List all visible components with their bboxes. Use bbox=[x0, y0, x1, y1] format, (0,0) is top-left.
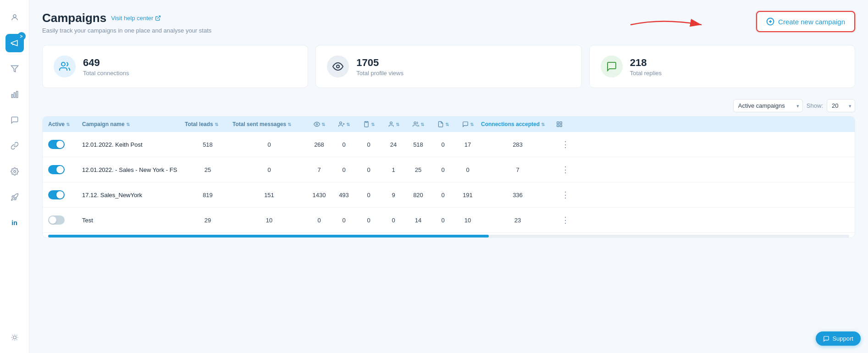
sidebar-item-campaigns: > bbox=[6, 32, 24, 54]
th-col9[interactable]: ⇅ bbox=[407, 121, 430, 127]
row4-c5: 0 bbox=[308, 217, 331, 224]
row1-name: 12.01.2022. Keith Post bbox=[82, 141, 183, 148]
support-button[interactable]: Support bbox=[816, 331, 861, 346]
svg-point-21 bbox=[337, 65, 339, 68]
toggle-row1[interactable] bbox=[48, 140, 65, 149]
row4-active bbox=[48, 215, 80, 225]
row4-more-button[interactable]: ⋮ bbox=[558, 214, 572, 226]
toggle-row2[interactable] bbox=[48, 165, 65, 174]
link-icon[interactable] bbox=[6, 137, 24, 155]
sidebar-bottom bbox=[6, 326, 24, 348]
row2-actions[interactable]: ⋮ bbox=[556, 164, 575, 176]
svg-line-10 bbox=[17, 339, 17, 340]
row1-actions[interactable]: ⋮ bbox=[556, 138, 575, 150]
th-name[interactable]: Campaign name ⇅ bbox=[82, 121, 183, 127]
create-campaign-button[interactable]: Create new campaign bbox=[756, 11, 855, 32]
row2-c8: 1 bbox=[382, 166, 405, 173]
th-group-icon bbox=[413, 121, 419, 127]
replies-label: Total replies bbox=[630, 70, 662, 77]
sidebar: > in bbox=[0, 0, 29, 353]
row3-more-button[interactable]: ⋮ bbox=[558, 189, 572, 201]
row1-c8: 24 bbox=[382, 141, 405, 148]
table-header: Active ⇅ Campaign name ⇅ Total leads ⇅ T… bbox=[43, 116, 855, 132]
stat-card-connections: 649 Total connections bbox=[42, 45, 308, 88]
row3-c11: 191 bbox=[456, 192, 479, 199]
th-col6[interactable]: ⇅ bbox=[332, 121, 355, 127]
svg-rect-32 bbox=[560, 125, 562, 127]
row4-sent: 10 bbox=[232, 217, 306, 224]
row3-connections: 336 bbox=[481, 192, 554, 199]
sort-icon-leads: ⇅ bbox=[215, 122, 218, 127]
row1-leads: 518 bbox=[185, 141, 231, 148]
th-connections[interactable]: Connections accepted ⇅ bbox=[481, 121, 554, 127]
connections-number: 649 bbox=[83, 57, 129, 69]
arrow-annotation bbox=[626, 16, 708, 34]
stat-card-replies: 218 Total replies bbox=[589, 45, 855, 88]
horizontal-scrollbar-track[interactable] bbox=[48, 235, 849, 237]
th-person-add-icon bbox=[338, 121, 345, 127]
views-label: Total profile views bbox=[356, 70, 404, 77]
expand-icon[interactable]: > bbox=[17, 32, 26, 40]
row1-more-button[interactable]: ⋮ bbox=[558, 138, 572, 150]
row1-active bbox=[48, 140, 80, 149]
row2-leads: 25 bbox=[185, 166, 231, 173]
chart-icon[interactable] bbox=[6, 85, 24, 104]
row4-actions[interactable]: ⋮ bbox=[556, 214, 575, 226]
chat-icon[interactable] bbox=[6, 111, 24, 129]
svg-line-13 bbox=[12, 339, 12, 340]
th-col7[interactable]: ⇅ bbox=[357, 121, 380, 127]
user-icon[interactable] bbox=[6, 8, 24, 27]
th-message-icon bbox=[462, 121, 469, 127]
row1-sent: 0 bbox=[232, 141, 306, 148]
row2-c11: 0 bbox=[456, 166, 479, 173]
svg-point-20 bbox=[61, 62, 65, 66]
th-active[interactable]: Active ⇅ bbox=[48, 121, 80, 127]
svg-point-23 bbox=[339, 122, 342, 124]
row2-c7: 0 bbox=[357, 166, 380, 173]
row2-c9: 25 bbox=[407, 166, 430, 173]
show-count-wrap[interactable]: 10 20 50 100 bbox=[827, 99, 855, 112]
horizontal-scrollbar-thumb[interactable] bbox=[48, 235, 489, 237]
sort-icon-views: ⇅ bbox=[321, 122, 325, 127]
linkedin-icon[interactable]: in bbox=[6, 214, 24, 232]
row4-c8: 0 bbox=[382, 217, 405, 224]
row1-c5: 268 bbox=[308, 141, 331, 148]
svg-rect-29 bbox=[557, 122, 559, 124]
sort-icon-sent: ⇅ bbox=[287, 122, 291, 127]
toggle-row3[interactable] bbox=[48, 190, 65, 199]
help-link[interactable]: Visit help center bbox=[111, 15, 161, 22]
rocket-icon[interactable] bbox=[6, 188, 24, 206]
row3-sent: 151 bbox=[232, 192, 306, 199]
th-views[interactable]: ⇅ bbox=[308, 121, 331, 127]
filter-select-wrap[interactable]: Active campaigns All campaigns Inactive … bbox=[733, 99, 803, 112]
th-col11[interactable]: ⇅ bbox=[456, 121, 479, 127]
show-count-select[interactable]: 10 20 50 100 bbox=[827, 99, 855, 112]
table-row: 12.01.2022. - Sales - New York - FS 25 0… bbox=[43, 157, 855, 182]
create-campaign-area: Create new campaign bbox=[756, 11, 855, 32]
th-col8[interactable]: ⇅ bbox=[382, 121, 405, 127]
views-number: 1705 bbox=[356, 57, 404, 69]
gear-icon[interactable] bbox=[6, 162, 24, 181]
show-label: Show: bbox=[807, 102, 823, 109]
row1-c6: 0 bbox=[332, 141, 355, 148]
th-leads[interactable]: Total leads ⇅ bbox=[185, 121, 231, 127]
th-person-icon bbox=[388, 121, 394, 127]
page-title-section: Campaigns Visit help center Easily track… bbox=[42, 11, 211, 34]
stats-row: 649 Total connections 1705 Total profile… bbox=[42, 45, 855, 88]
svg-point-6 bbox=[13, 336, 16, 339]
row3-actions[interactable]: ⋮ bbox=[556, 189, 575, 201]
th-col10[interactable]: ⇅ bbox=[431, 121, 454, 127]
th-note-icon bbox=[437, 121, 444, 127]
row4-leads: 29 bbox=[185, 217, 231, 224]
toggle-row4[interactable] bbox=[48, 215, 65, 225]
sidebar-item-settings bbox=[6, 160, 24, 182]
row2-c6: 0 bbox=[332, 166, 355, 173]
campaigns-filter-select[interactable]: Active campaigns All campaigns Inactive … bbox=[733, 99, 803, 112]
filter-icon[interactable] bbox=[6, 60, 24, 78]
table-row: Test 29 10 0 0 0 0 14 0 10 23 ⋮ bbox=[43, 208, 855, 233]
th-sent[interactable]: Total sent messages ⇅ bbox=[232, 121, 306, 127]
svg-rect-30 bbox=[560, 122, 562, 124]
row2-more-button[interactable]: ⋮ bbox=[558, 164, 572, 176]
views-icon bbox=[327, 55, 349, 77]
sun-icon[interactable] bbox=[6, 328, 24, 347]
